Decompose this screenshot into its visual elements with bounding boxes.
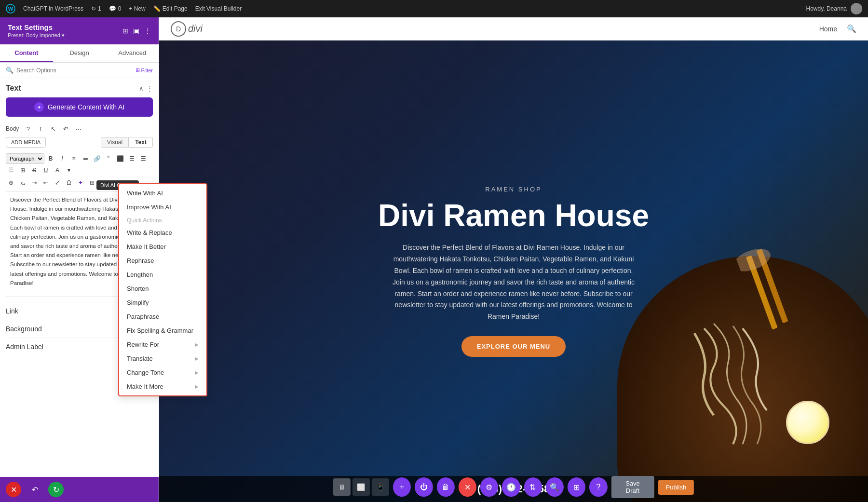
search-input[interactable] bbox=[16, 67, 133, 74]
zoom-button[interactable]: 🔍 bbox=[546, 477, 564, 497]
write-with-ai-item[interactable]: Write With AI bbox=[119, 186, 206, 200]
align-right-button[interactable]: ☰ bbox=[138, 153, 149, 164]
outdent-button[interactable]: ⇤ bbox=[41, 177, 51, 188]
hero-content: RAMEN SHOP Divi Ramen House Discover the… bbox=[159, 41, 868, 502]
publish-button[interactable]: Publish bbox=[658, 480, 694, 495]
tab-advanced[interactable]: Advanced bbox=[106, 44, 159, 62]
more-icon[interactable]: ⋮ bbox=[144, 27, 151, 35]
divi-ai-options-button[interactable]: ✦ bbox=[75, 177, 86, 188]
wp-logo[interactable]: W bbox=[6, 4, 15, 14]
translate-item[interactable]: Translate ▶ bbox=[119, 352, 206, 366]
rewrite-for-item[interactable]: Rewrite For ▶ bbox=[119, 338, 206, 352]
align-justify-button[interactable]: ☰ bbox=[6, 165, 16, 176]
italic-button[interactable]: I bbox=[57, 153, 68, 164]
align-left-button[interactable]: ⬛ bbox=[115, 153, 125, 164]
hero-description: Discover the Perfect Blend of Flavors at… bbox=[388, 242, 639, 323]
make-it-better-item[interactable]: Make It Better bbox=[119, 240, 206, 254]
font-color-button[interactable]: A bbox=[52, 165, 63, 176]
settings-button[interactable]: ⚙ bbox=[480, 477, 498, 497]
more-formats-button[interactable]: ▾ bbox=[64, 165, 74, 176]
collapse-icon[interactable]: ∧ bbox=[139, 85, 144, 92]
add-section-button[interactable]: + bbox=[393, 477, 411, 497]
underline-button[interactable]: U bbox=[41, 165, 51, 176]
fullscreen-editor-button[interactable]: ⤢ bbox=[52, 177, 63, 188]
undo-icon[interactable]: ↶ bbox=[60, 123, 71, 134]
sidebar-header: Text Settings Preset: Body imported ▾ ⊞ … bbox=[0, 17, 159, 44]
add-media-button[interactable]: ADD MEDIA bbox=[6, 137, 46, 148]
fix-spelling-item[interactable]: Fix Spelling & Grammar bbox=[119, 324, 206, 338]
strikethrough-button[interactable]: S bbox=[29, 165, 40, 176]
section-title: Text bbox=[6, 84, 21, 93]
lengthen-item[interactable]: Lengthen bbox=[119, 268, 206, 282]
tab-text[interactable]: Text bbox=[129, 137, 153, 148]
make-it-more-arrow: ▶ bbox=[195, 384, 199, 389]
unordered-list-button[interactable]: ≡ bbox=[68, 153, 79, 164]
divi-brand-name: divi bbox=[188, 23, 203, 34]
change-tone-arrow: ▶ bbox=[195, 370, 199, 375]
confirm-button[interactable]: ↻ bbox=[48, 482, 64, 497]
ellipsis-icon[interactable]: ⋯ bbox=[73, 123, 83, 134]
indent-button[interactable]: ⇥ bbox=[29, 177, 40, 188]
quote-button[interactable]: " bbox=[103, 153, 114, 164]
shorten-item[interactable]: Shorten bbox=[119, 282, 206, 296]
layout-button[interactable]: ⇅ bbox=[524, 477, 542, 497]
paragraph-select[interactable]: Paragraph bbox=[6, 153, 44, 164]
simplify-item[interactable]: Simplify bbox=[119, 296, 206, 310]
exit-builder-link[interactable]: Exit Visual Builder bbox=[195, 5, 242, 12]
make-it-more-item[interactable]: Make It More ▶ bbox=[119, 380, 206, 393]
help-button[interactable]: ? bbox=[589, 477, 607, 497]
page-view-tabs: 🖥 ⬜ 📱 bbox=[333, 478, 389, 496]
align-center-button[interactable]: ☰ bbox=[126, 153, 137, 164]
subscript-button[interactable]: x₂ bbox=[17, 177, 28, 188]
hero-section: RAMEN SHOP Divi Ramen House Discover the… bbox=[159, 41, 868, 502]
search-icon[interactable]: 🔍 bbox=[847, 24, 856, 33]
table-button[interactable]: ⊞ bbox=[17, 165, 28, 176]
filter-button[interactable]: ⊞ Filter bbox=[136, 67, 153, 73]
comment-icon[interactable]: 💬 0 bbox=[109, 5, 122, 12]
special-char-button[interactable]: ⊕ bbox=[6, 177, 16, 188]
save-draft-button[interactable]: Save Draft bbox=[611, 476, 654, 498]
fullscreen-icon[interactable]: ⊞ bbox=[122, 27, 128, 35]
desktop-view-button[interactable]: 🖥 bbox=[333, 478, 351, 496]
history-button[interactable]: 🕐 bbox=[502, 477, 520, 497]
rephrase-item[interactable]: Rephrase bbox=[119, 254, 206, 268]
mobile-view-button[interactable]: 📱 bbox=[372, 478, 389, 496]
improve-with-ai-item[interactable]: Improve With AI bbox=[119, 200, 206, 214]
sidebar-title: Text Settings bbox=[8, 23, 65, 31]
omega-button[interactable]: Ω bbox=[64, 177, 74, 188]
extra-settings-button[interactable]: ⊞ bbox=[568, 477, 585, 497]
filter-icon: ⊞ bbox=[136, 67, 140, 73]
close-button[interactable]: ✕ bbox=[459, 477, 476, 497]
cancel-button[interactable]: ✕ bbox=[6, 482, 21, 497]
cursor-icon[interactable]: ↖ bbox=[48, 123, 58, 134]
explore-menu-button[interactable]: EXPLORE OUR MENU bbox=[461, 336, 566, 357]
ai-generate-button[interactable]: ✦ Generate Content With AI bbox=[6, 97, 153, 117]
paraphrase-item[interactable]: Paraphrase bbox=[119, 310, 206, 324]
delete-button[interactable]: 🗑 bbox=[436, 477, 454, 497]
power-button[interactable]: ⏻ bbox=[415, 477, 433, 497]
home-link[interactable]: Home bbox=[819, 25, 837, 33]
tablet-view-button[interactable]: ⬜ bbox=[353, 478, 370, 496]
tab-content[interactable]: Content bbox=[0, 44, 53, 62]
write-replace-item[interactable]: Write & Replace bbox=[119, 226, 206, 240]
sync-icon[interactable]: ↻ 1 bbox=[91, 5, 101, 12]
extra-button[interactable]: ⊞ bbox=[87, 177, 97, 188]
new-button[interactable]: + New bbox=[129, 5, 145, 12]
chatgpt-menu[interactable]: ChatGPT in WordPress bbox=[23, 5, 83, 12]
tab-visual[interactable]: Visual bbox=[101, 137, 129, 148]
undo-button[interactable]: ↶ bbox=[27, 482, 42, 497]
edit-page-link[interactable]: ✏️ Edit Page bbox=[153, 5, 188, 12]
text-icon[interactable]: T bbox=[35, 123, 46, 134]
link-button[interactable]: 🔗 bbox=[92, 153, 102, 164]
section-more-icon[interactable]: ⋮ bbox=[147, 85, 153, 92]
sidebar-preset[interactable]: Preset: Body imported ▾ bbox=[8, 32, 65, 39]
divi-logo: D divi bbox=[171, 21, 203, 37]
tab-design[interactable]: Design bbox=[53, 44, 106, 62]
hero-subtitle: RAMEN SHOP bbox=[485, 186, 542, 193]
hero-title: Divi Ramen House bbox=[378, 199, 649, 232]
help-icon[interactable]: ? bbox=[23, 123, 33, 134]
split-icon[interactable]: ▣ bbox=[133, 27, 139, 35]
ordered-list-button[interactable]: ≔ bbox=[80, 153, 91, 164]
change-tone-item[interactable]: Change Tone ▶ bbox=[119, 366, 206, 380]
bold-button[interactable]: B bbox=[45, 153, 56, 164]
